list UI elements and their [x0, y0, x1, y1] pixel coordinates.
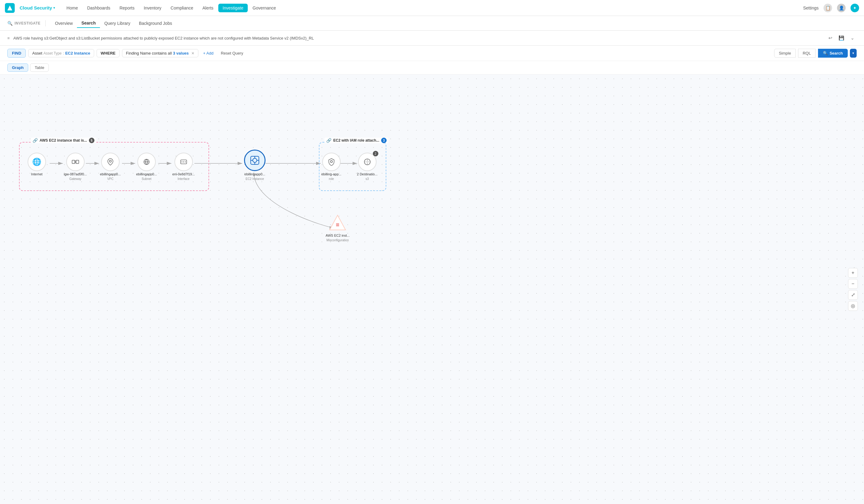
search-execute-button[interactable]: 🔍 Search: [818, 49, 848, 58]
vpc-sublabel: VPC: [107, 177, 114, 181]
search-controls: Simple RQL 🔍 Search ▾: [774, 49, 857, 58]
top-navigation: Cloud Security ▾ Home Dashboards Reports…: [0, 0, 864, 16]
search-dropdown-button[interactable]: ▾: [850, 49, 857, 58]
svg-marker-0: [7, 5, 12, 10]
query-bar: ≡ AWS role having s3:GetObject and s3:Li…: [0, 31, 864, 46]
vpc-icon-circle: [101, 153, 120, 171]
reset-query-button[interactable]: Reset Query: [218, 49, 245, 57]
subnet-icon-circle: [137, 153, 156, 171]
search-small-icon: 🔍: [7, 21, 13, 26]
group1-text: AWS EC2 instance that is...: [39, 138, 87, 143]
sub-nav-query-library[interactable]: Query Library: [100, 19, 135, 27]
node-vpc[interactable]: ebillingapp0... VPC: [100, 153, 121, 181]
sub-navigation: 🔍 INVESTIGATE Overview Search Query Libr…: [0, 16, 864, 31]
finding-filter-pill[interactable]: Finding Name contains all 3 values ✕: [122, 49, 199, 57]
nav-item-investigate[interactable]: Investigate: [218, 4, 248, 12]
asset-type-label: Asset Type: [44, 51, 62, 56]
nav-item-governance[interactable]: Governance: [248, 4, 280, 12]
user-avatar[interactable]: 👤: [837, 4, 845, 12]
center-button[interactable]: ◎: [848, 301, 858, 311]
find-button[interactable]: FIND: [7, 49, 26, 58]
rql-mode-button[interactable]: RQL: [798, 49, 816, 58]
misconfiguration-sublabel: Misconfiguration: [326, 239, 349, 242]
sub-nav-overview[interactable]: Overview: [51, 19, 77, 27]
query-bar-actions: ↩ 💾 ⌄: [826, 34, 857, 42]
main-content: 🔍 INVESTIGATE Overview Search Query Libr…: [0, 16, 864, 504]
graph-svg-layer: [0, 74, 864, 504]
query-text: AWS role having s3:GetObject and s3:List…: [13, 36, 824, 40]
zoom-in-button[interactable]: +: [848, 268, 858, 278]
subnet-label: ebillingapp0...: [136, 172, 157, 176]
vpc-label: ebillingapp0...: [100, 172, 121, 176]
node-internet[interactable]: 🌐 Internet: [27, 153, 46, 176]
ec2-label: ebillingapp0...: [244, 172, 265, 176]
graph-view-button[interactable]: Graph: [7, 63, 28, 72]
node-gateway[interactable]: igw-087ad5f0... Gateway: [64, 153, 87, 181]
node-interface[interactable]: eni-0e8d7f19... Interface: [172, 153, 195, 181]
nav-item-dashboards[interactable]: Dashboards: [83, 4, 115, 12]
group1-icon: 🔗: [33, 138, 38, 143]
group2-label[interactable]: 🔗 EC2 with IAM role attach... 3: [324, 137, 388, 143]
interface-icon-circle: [175, 153, 193, 171]
assistant-icon[interactable]: ✦: [851, 4, 859, 12]
fit-button[interactable]: ⤢: [848, 290, 858, 300]
gateway-icon-circle: [66, 153, 85, 171]
sub-nav-background-jobs[interactable]: Background Jobs: [135, 19, 176, 27]
node-misconfiguration[interactable]: ≡ AWS EC2 inst... Misconfiguration: [326, 214, 349, 242]
nav-item-alerts[interactable]: Alerts: [198, 4, 218, 12]
chevron-down-icon: ▾: [53, 6, 55, 10]
values-badge: 3 values: [173, 51, 189, 56]
asset-type-value: EC2 Instance: [65, 51, 91, 56]
igw-sublabel: Gateway: [69, 177, 81, 181]
group1-label[interactable]: 🔗 AWS EC2 instance that is... 5: [31, 137, 96, 143]
simple-mode-button[interactable]: Simple: [774, 49, 796, 58]
settings-link[interactable]: Settings: [803, 5, 819, 10]
search-icon: 🔍: [823, 51, 828, 56]
undo-button[interactable]: ↩: [826, 34, 835, 42]
svg-rect-9: [72, 160, 75, 164]
app-name[interactable]: Cloud Security ▾: [20, 5, 55, 10]
view-toggle-bar: Graph Table: [0, 61, 864, 74]
svg-text:≡: ≡: [336, 221, 339, 228]
filter-bar: FIND Asset Asset Type : EC2 Instance WHE…: [0, 46, 864, 61]
add-filter-button[interactable]: + Add: [201, 49, 216, 57]
role-icon-circle: [322, 153, 341, 171]
nav-item-home[interactable]: Home: [62, 4, 82, 12]
sub-nav-search[interactable]: Search: [77, 19, 100, 28]
ec2-sublabel: EC2 Instance: [245, 177, 264, 181]
role-sublabel: role: [329, 177, 334, 181]
save-button[interactable]: 💾: [837, 34, 845, 42]
expand-button[interactable]: ⌄: [848, 34, 857, 42]
misconfiguration-label: AWS EC2 inst...: [326, 233, 349, 237]
main-nav-items: Home Dashboards Reports Inventory Compli…: [62, 4, 801, 12]
s3-sublabel: s3: [365, 177, 369, 181]
group2-text: EC2 with IAM role attach...: [333, 138, 379, 143]
app-logo[interactable]: [5, 3, 15, 13]
interface-sublabel: Interface: [178, 177, 190, 181]
nav-item-reports[interactable]: Reports: [115, 4, 139, 12]
asset-pill[interactable]: Asset Asset Type : EC2 Instance: [28, 49, 94, 57]
role-label: ebilling-app...: [321, 172, 341, 176]
svg-rect-10: [76, 160, 79, 164]
subnet-sublabel: Subnet: [142, 177, 152, 181]
node-ec2[interactable]: ebillingapp0... EC2 Instance: [244, 149, 265, 181]
nav-right-section: Settings 📋 👤 ✦: [803, 4, 859, 12]
zoom-out-button[interactable]: −: [848, 279, 858, 289]
close-filter-icon[interactable]: ✕: [191, 51, 194, 56]
sub-nav-divider: [45, 20, 46, 26]
table-view-button[interactable]: Table: [30, 63, 49, 72]
node-role[interactable]: ebilling-app... role: [321, 153, 341, 181]
node-s3[interactable]: 2 2 Destinatio... s3: [357, 153, 377, 181]
group1-badge: 5: [89, 137, 94, 143]
s3-count-badge: 2: [373, 151, 379, 156]
svg-point-27: [330, 161, 332, 163]
docs-icon[interactable]: 📋: [824, 4, 832, 12]
nav-item-compliance[interactable]: Compliance: [166, 4, 197, 12]
nav-item-inventory[interactable]: Inventory: [140, 4, 166, 12]
internet-icon-circle: 🌐: [27, 153, 46, 171]
internet-label: Internet: [31, 172, 42, 176]
group2-badge: 3: [381, 137, 387, 143]
node-subnet[interactable]: ebillingapp0... Subnet: [136, 153, 157, 181]
interface-label: eni-0e8d7f19...: [172, 172, 195, 176]
where-label: WHERE: [97, 49, 119, 57]
